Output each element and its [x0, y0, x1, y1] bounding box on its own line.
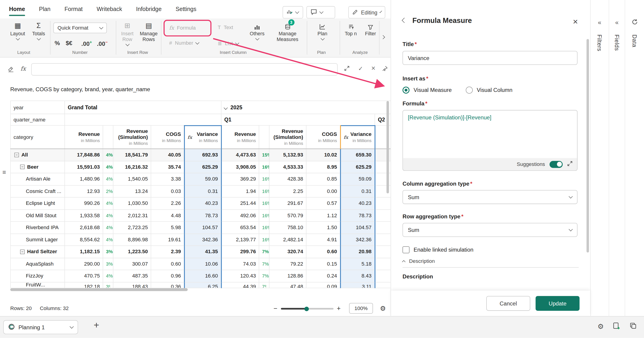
data-cell[interactable]: 625.29 [340, 161, 374, 173]
tab-infobridge[interactable]: Infobridge [136, 0, 162, 18]
data-cell[interactable]: 692.93 [184, 149, 221, 161]
data-cell[interactable]: 40.23 [340, 197, 374, 209]
data-cell[interactable]: 8,554.62 [65, 234, 103, 246]
data-cell[interactable]: 20.98 [340, 246, 374, 258]
data-cell[interactable]: 4,473.63 [221, 149, 259, 161]
data-cell[interactable]: 1,540.05 [113, 173, 151, 185]
data-cell[interactable]: 188.43 [113, 282, 151, 288]
update-button[interactable]: Update [536, 296, 580, 311]
visual-measure-label[interactable]: Visual Measure [414, 87, 452, 93]
data-cell[interactable]: 16% [259, 185, 270, 197]
back-icon[interactable] [402, 17, 407, 23]
decrease-decimals-button[interactable]: .00− [97, 40, 108, 47]
filters-pane-tab[interactable]: « Filters [590, 0, 609, 316]
data-cell[interactable]: 16% [259, 209, 270, 222]
data-cell[interactable]: 342.36 [184, 234, 221, 246]
data-cell[interactable]: 0.85 [306, 173, 340, 185]
data-cell[interactable]: 4% [103, 173, 113, 185]
tab-writeback[interactable]: Writeback [97, 0, 122, 18]
data-cell[interactable]: 2,012.31 [113, 209, 151, 222]
data-cell[interactable]: 4% [103, 149, 113, 161]
data-cell[interactable]: 0.03 [151, 185, 184, 197]
scrollbar-thumb[interactable] [586, 39, 589, 253]
cancel-formula-icon[interactable]: × [372, 65, 376, 72]
col-header-variance[interactable]: fx Variancein Millions [184, 125, 221, 149]
data-cell[interactable]: 0.36 [151, 282, 184, 288]
column-agg-select[interactable]: Sum [402, 190, 578, 204]
data-cell[interactable]: 1,480.96 [65, 173, 103, 185]
data-cell[interactable]: 2.39 [151, 246, 184, 258]
pin-icon[interactable] [382, 66, 388, 72]
data-pane-label[interactable]: Data [632, 34, 638, 47]
others-column-button[interactable]: Others [246, 22, 268, 40]
data-cell[interactable]: 7% [259, 246, 270, 258]
col-header-revenue[interactable]: Revenuein Millions [65, 125, 103, 149]
data-cell[interactable]: 182.18 [65, 282, 103, 288]
confirm-icon[interactable]: ✓ [358, 66, 363, 71]
data-cell[interactable]: 44.39 [221, 282, 259, 288]
manage-rows-button[interactable]: ▤ Manage Rows [138, 22, 159, 43]
data-cell[interactable]: 0.31 [340, 185, 374, 197]
data-cell[interactable]: 625.29 [184, 161, 221, 173]
data-cell[interactable]: 251.44 [221, 197, 259, 209]
data-cell[interactable]: 78.73 [184, 209, 221, 222]
data-cell[interactable]: 0.31 [184, 185, 221, 197]
collapse-toggle-icon[interactable] [20, 250, 25, 254]
layout-button[interactable]: ▦ Layout [8, 22, 27, 40]
col-header-cogs-q1[interactable]: COGSin Millions [306, 125, 340, 149]
data-cell[interactable]: 291.67 [269, 197, 306, 209]
data-cell[interactable]: 0.15 [306, 258, 340, 270]
row-header[interactable]: Eclipse Light [10, 197, 65, 209]
formula-text[interactable]: [Revenue (Simulation)]-[Revenue] [403, 110, 577, 125]
refresh-icon[interactable] [632, 19, 638, 28]
row-header[interactable]: Summit Lager [10, 234, 65, 246]
data-cell[interactable]: 290.00 [65, 258, 103, 270]
data-cell[interactable]: 128.86 [269, 270, 306, 282]
data-cell[interactable]: 74.03 [221, 258, 259, 270]
vertical-scrollbar[interactable] [386, 101, 390, 288]
data-cell[interactable]: 0.60 [306, 246, 340, 258]
collapse-filters-icon[interactable]: « [598, 19, 601, 28]
data-cell[interactable]: 659.30 [340, 149, 374, 161]
data-cell[interactable]: 4% [103, 270, 113, 282]
filter-button[interactable]: Filter [362, 22, 379, 37]
row-header[interactable]: Cosmic Craft ... [10, 185, 65, 197]
data-cell[interactable]: 4.48 [151, 209, 184, 222]
data-cell[interactable]: 3.38 [151, 173, 184, 185]
data-cell[interactable]: 2,482.14 [269, 234, 306, 246]
data-cell[interactable]: 1,933.58 [65, 209, 103, 222]
data-cell[interactable]: 470.75 [65, 270, 103, 282]
data-cell[interactable]: 16% [259, 222, 270, 234]
row-header[interactable]: Artisan Ale [10, 173, 65, 185]
row-header[interactable]: FruitW... [10, 282, 65, 288]
collapse-toggle-icon[interactable] [20, 165, 25, 169]
data-cell[interactable]: 15,591.03 [65, 161, 103, 173]
year-2025-header[interactable]: 2025 [221, 101, 391, 114]
data-cell[interactable]: 104.57 [340, 222, 374, 234]
close-panel-icon[interactable]: × [573, 17, 578, 26]
suggestions-toggle[interactable] [550, 161, 562, 168]
tab-format[interactable]: Format [64, 0, 82, 18]
data-cell[interactable]: 653.54 [221, 222, 259, 234]
data-cell[interactable]: 120.43 [221, 270, 259, 282]
data-cell[interactable]: 16,216.32 [113, 161, 151, 173]
data-cell[interactable]: 4% [103, 161, 113, 173]
data-cell[interactable]: 16% [259, 197, 270, 209]
data-cell[interactable]: 59.09 [184, 173, 221, 185]
eraser-icon[interactable] [7, 66, 14, 74]
zoom-out-button[interactable]: − [274, 301, 278, 316]
data-cell[interactable]: 5.98 [151, 222, 184, 234]
data-cell[interactable]: 8,896.98 [113, 234, 151, 246]
data-cell[interactable]: 6.25 [184, 282, 221, 288]
row-header[interactable]: Beer [10, 161, 65, 173]
col-header-variance-q1[interactable]: fx Variancein Millions [340, 125, 374, 149]
data-cell[interactable]: 2% [103, 185, 113, 197]
scrollbar-thumb[interactable] [386, 101, 389, 193]
currency-format-button[interactable]: $€ [66, 40, 72, 46]
col-header-spread-pct-q1[interactable] [259, 125, 270, 149]
data-cell[interactable]: 8.95 [306, 161, 340, 173]
data-cell[interactable]: 570.79 [269, 209, 306, 222]
zoom-slider-knob[interactable] [304, 306, 309, 311]
expand-editor-icon[interactable] [567, 161, 572, 168]
filters-pane-label[interactable]: Filters [596, 34, 603, 51]
